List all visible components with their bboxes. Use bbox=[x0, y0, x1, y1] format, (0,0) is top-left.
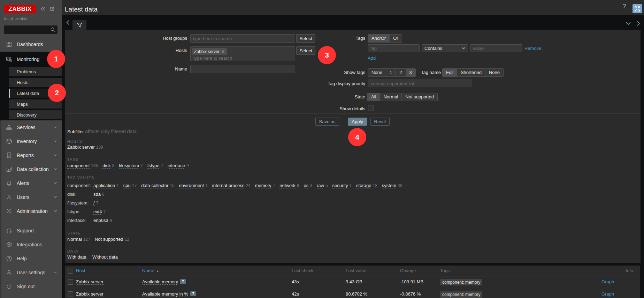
hide-sidebar-icon[interactable] bbox=[49, 6, 55, 13]
subfilter-data-row: With dataWithout data bbox=[67, 254, 124, 260]
next-page-icon[interactable] bbox=[636, 21, 641, 27]
sidebar-item-data-collection[interactable]: Data collection bbox=[0, 162, 62, 176]
row-checkbox[interactable] bbox=[68, 291, 73, 297]
subfilter-state-link[interactable]: Normal bbox=[67, 237, 82, 242]
sidebar-item-sign-out[interactable]: Sign out bbox=[0, 280, 62, 293]
sidebar-search[interactable] bbox=[4, 25, 58, 34]
chevron-down-icon bbox=[54, 126, 57, 129]
subfilter-tag-value-link[interactable]: / bbox=[93, 200, 95, 206]
subfilter-tag-value-link[interactable]: sda bbox=[93, 192, 101, 197]
subfilter-tag-value-link[interactable]: storage bbox=[356, 183, 371, 188]
sidebar-item-reports[interactable]: Reports bbox=[0, 148, 62, 162]
subfilter-tag-link[interactable]: interface bbox=[168, 163, 185, 169]
sidebar-item-help[interactable]: Help bbox=[0, 252, 62, 266]
subfilter-data-link[interactable]: Without data bbox=[92, 254, 118, 260]
remove-host-icon[interactable]: ✕ bbox=[221, 49, 225, 54]
sidebar-item-integrations[interactable]: Integrations bbox=[0, 238, 62, 252]
subfilter-tag-value-link[interactable]: network bbox=[279, 183, 296, 188]
annotation-badge-2: 2 bbox=[48, 84, 66, 102]
sidebar-item-discovery[interactable]: Discovery bbox=[9, 110, 62, 119]
subfilter-tag-link[interactable]: disk bbox=[102, 163, 110, 169]
row-checkbox[interactable] bbox=[68, 279, 73, 285]
sidebar-item-inventory[interactable]: Inventory bbox=[0, 134, 62, 148]
tag-name-none-button[interactable]: None bbox=[485, 69, 503, 76]
subfilter-tag-value-link[interactable]: memory bbox=[255, 183, 271, 188]
sidebar-item-services[interactable]: Services bbox=[0, 120, 62, 134]
filter-tab[interactable] bbox=[72, 20, 86, 30]
tag-name-shortened-button[interactable]: Shortened bbox=[457, 69, 485, 76]
subfilter-tag-value-link[interactable]: security bbox=[332, 183, 348, 188]
save-as-button[interactable]: Save as bbox=[315, 118, 339, 126]
kiosk-mode-button[interactable] bbox=[632, 4, 642, 13]
reset-button[interactable]: Reset bbox=[370, 118, 390, 126]
collapse-sidebar-icon[interactable] bbox=[40, 6, 46, 13]
sidebar-item-users[interactable]: Users bbox=[0, 190, 62, 204]
row-host-link[interactable]: Zabbix server bbox=[76, 279, 104, 285]
subfilter-host-link[interactable]: Zabbix server bbox=[67, 144, 95, 150]
row-tag-chip[interactable]: component: memory bbox=[440, 279, 482, 285]
sign-out-icon bbox=[6, 283, 12, 290]
zabbix-logo[interactable]: ZABBIX bbox=[4, 5, 36, 13]
subfilter-tag-value-link[interactable]: environment bbox=[179, 183, 204, 188]
host-groups-input[interactable] bbox=[190, 34, 295, 43]
state-not-supported-button[interactable]: Not supported bbox=[401, 93, 437, 101]
subfilter-tag-value-link[interactable]: application bbox=[93, 183, 115, 188]
back-arrow-icon[interactable] bbox=[66, 20, 71, 26]
host-chip[interactable]: Zabbix server✕ bbox=[192, 48, 227, 55]
page-help-icon[interactable]: ? bbox=[622, 3, 626, 10]
subfilter-tag-value-link[interactable]: ext4 bbox=[93, 209, 102, 215]
apply-button[interactable]: Apply bbox=[348, 118, 367, 126]
column-header-host[interactable]: Host bbox=[76, 266, 85, 276]
subfilter-tag-link[interactable]: component bbox=[67, 163, 90, 169]
row-host-link[interactable]: Zabbix server bbox=[76, 291, 104, 297]
tag-remove-link[interactable]: Remove bbox=[524, 46, 541, 51]
state-all-button[interactable]: All bbox=[368, 93, 380, 101]
sidebar-item-user-settings[interactable]: User settings bbox=[0, 266, 62, 280]
subfilter-tag-value-link[interactable]: enp0s3 bbox=[93, 218, 108, 223]
hosts-input[interactable]: Zabbix server✕ type here to search bbox=[190, 46, 295, 61]
tag-value-input[interactable] bbox=[470, 44, 522, 52]
row-graph-link[interactable]: Graph bbox=[601, 291, 614, 297]
row-graph-link[interactable]: Graph bbox=[601, 279, 614, 284]
subfilter-tag-value-link[interactable]: internal-process bbox=[212, 183, 245, 188]
sidebar-item-support[interactable]: Support bbox=[0, 224, 62, 238]
subfilter-state-heading: STATE bbox=[67, 231, 81, 235]
subfilter-tag-value-link[interactable]: system bbox=[382, 183, 396, 188]
sort-asc-icon: ▲ bbox=[156, 269, 159, 273]
item-help-icon[interactable]: ? bbox=[180, 279, 186, 284]
tag-input[interactable] bbox=[368, 44, 420, 52]
tag-values-key: fstype: bbox=[67, 209, 80, 214]
tags-or-button[interactable]: Or bbox=[389, 35, 401, 42]
subfilter-tag-value-link[interactable]: data-collector bbox=[141, 183, 168, 188]
hosts-select-button[interactable]: Select bbox=[296, 46, 315, 55]
subfilter-tag-value-link[interactable]: raw bbox=[317, 183, 324, 188]
tag-display-priority-input[interactable] bbox=[368, 80, 472, 87]
sidebar-search-input[interactable] bbox=[6, 25, 48, 34]
state-normal-button[interactable]: Normal bbox=[380, 93, 401, 101]
data-collection-icon bbox=[6, 166, 12, 172]
item-help-icon[interactable]: ? bbox=[190, 291, 196, 296]
row-item-name-link[interactable]: Available memory in % bbox=[142, 291, 188, 297]
name-input[interactable] bbox=[190, 65, 295, 73]
collapse-filter-icon[interactable] bbox=[626, 22, 631, 27]
subfilter-tag-value-link[interactable]: os bbox=[304, 183, 309, 188]
sidebar-item-alerts[interactable]: Alerts bbox=[0, 176, 62, 190]
tag-name-full-button[interactable]: Full bbox=[443, 69, 457, 76]
sidebar-item-dashboards[interactable]: Dashboards bbox=[0, 37, 62, 51]
sidebar-item-administration[interactable]: Administration bbox=[0, 204, 62, 218]
column-header-name[interactable]: Name▲ bbox=[142, 266, 159, 276]
tags-andor-button[interactable]: And/Or bbox=[368, 35, 389, 42]
show-details-checkbox[interactable] bbox=[368, 105, 374, 111]
row-tag-chip[interactable]: component: memory bbox=[440, 291, 482, 298]
sidebar-item-problems[interactable]: Problems bbox=[9, 67, 62, 76]
subfilter-tag-link[interactable]: fstype bbox=[147, 163, 160, 169]
select-all-checkbox[interactable] bbox=[68, 268, 73, 274]
subfilter-data-link[interactable]: With data bbox=[67, 254, 86, 260]
subfilter-tag-value-link[interactable]: cpu bbox=[123, 183, 131, 188]
tag-add-link[interactable]: Add bbox=[368, 55, 376, 61]
subfilter-state-link[interactable]: Not supported bbox=[95, 237, 123, 242]
subfilter-tag-link[interactable]: filesystem bbox=[119, 163, 139, 169]
tag-match-select[interactable]: Contains bbox=[422, 44, 468, 52]
annotation-badge-1: 1 bbox=[47, 50, 65, 68]
row-item-name-link[interactable]: Available memory bbox=[142, 279, 178, 285]
